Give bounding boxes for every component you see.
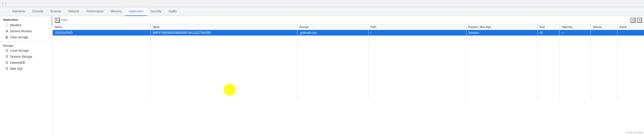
col-expires: Expires / Max-Age [466, 24, 537, 30]
tab-application[interactable]: Application [125, 8, 147, 16]
cookies-table: Name Value Domain Path Expires / Max-Age… [53, 24, 644, 102]
sidebar-item-local-storage[interactable]: ☰ Local Storage [0, 48, 52, 54]
storage-section-title: Storage [0, 43, 52, 48]
devtools-icon: ⋮⋮ [2, 1, 7, 6]
cell-domain: .gulimall.com [297, 30, 368, 36]
local-storage-icon: ☰ [5, 49, 9, 52]
filter-input[interactable] [61, 18, 629, 22]
col-samesite: Same [617, 24, 644, 30]
main-layout: Application 📄 Manifest ⚙ Service Workers… [0, 16, 644, 135]
filter-close-button[interactable]: ✕ [637, 18, 642, 23]
clear-storage-icon: 🗑 [5, 36, 9, 39]
empty-row [53, 96, 644, 102]
col-path: Path [368, 24, 466, 30]
web-sql-icon: ☰ [5, 67, 9, 71]
empty-row [53, 74, 644, 80]
tab-security[interactable]: Security [147, 8, 165, 16]
content-area: ↻ ⊘ ✕ Name Value Domain Path Expires / M… [53, 16, 644, 135]
manifest-icon: 📄 [5, 23, 9, 27]
empty-row [53, 36, 644, 41]
tab-console[interactable]: Console [29, 8, 47, 16]
cell-name: JSESSIONID [53, 30, 150, 36]
empty-row [53, 47, 644, 52]
filter-bar: ↻ ⊘ ✕ [53, 16, 644, 24]
sidebar-item-session-storage[interactable]: ☰ Session Storage [0, 54, 52, 60]
sidebar-item-service-workers[interactable]: ⚙ Service Workers [0, 28, 52, 34]
cell-httponly: ✓ [560, 30, 591, 36]
refresh-button[interactable]: ↻ [55, 18, 60, 23]
table-row[interactable]: JSESSIONIDBBF4769EB6DD96EB9BC8A133273662… [53, 30, 644, 36]
empty-row [53, 91, 644, 96]
cell-secure [591, 30, 617, 36]
sidebar-item-manifest[interactable]: 📄 Manifest [0, 22, 52, 28]
cell-samesite [617, 30, 644, 36]
app-section-title: Application [0, 16, 52, 22]
data-table: Name Value Domain Path Expires / Max-Age… [53, 24, 644, 135]
tab-sources[interactable]: Sources [47, 8, 65, 16]
cell-value: BBF4769EB6DD96EB9BC8A133273662B0 [150, 30, 297, 36]
col-value: Value [150, 24, 297, 30]
empty-row [53, 52, 644, 58]
watermark: CSDN 沙好用网 [624, 130, 644, 135]
indexeddb-icon: ☰ [5, 61, 9, 64]
tab-network[interactable]: Network [65, 8, 83, 16]
sidebar-divider [0, 41, 52, 42]
cell-expires: Session [466, 30, 537, 36]
filter-clear-button1[interactable]: ⊘ [630, 18, 635, 23]
col-secure: Secure [591, 24, 617, 30]
col-domain: Domain [297, 24, 368, 30]
empty-row [53, 69, 644, 74]
session-storage-icon: ☰ [5, 55, 9, 58]
tab-memory[interactable]: Memory [107, 8, 125, 16]
scroll-indicator [51, 16, 52, 26]
col-name: Name [53, 24, 150, 30]
empty-row [53, 63, 644, 69]
col-size: Size [537, 24, 559, 30]
empty-row [53, 80, 644, 85]
empty-row [53, 85, 644, 91]
sidebar-item-clear-storage[interactable]: 🗑 Clear storage [0, 34, 52, 40]
tab-performance[interactable]: Performance [83, 8, 107, 16]
sidebar: Application 📄 Manifest ⚙ Service Workers… [0, 16, 53, 135]
empty-row [53, 58, 644, 63]
service-workers-icon: ⚙ [5, 29, 9, 33]
empty-row [53, 41, 644, 47]
sidebar-item-web-sql[interactable]: ☰ Web SQL [0, 66, 52, 72]
sidebar-item-indexeddb[interactable]: ☰ IndexedDB [0, 60, 52, 66]
top-bar: ⋮⋮ [0, 0, 644, 7]
table-header-row: Name Value Domain Path Expires / Max-Age… [53, 24, 644, 30]
cell-path: / [368, 30, 466, 36]
cell-size: 42 [537, 30, 559, 36]
devtools-tabs: ElementsConsoleSourcesNetworkPerformance… [0, 7, 644, 16]
col-httponly: HttpOnly [560, 24, 591, 30]
tab-elements[interactable]: Elements [9, 8, 29, 16]
tab-audits[interactable]: Audits [165, 8, 180, 16]
